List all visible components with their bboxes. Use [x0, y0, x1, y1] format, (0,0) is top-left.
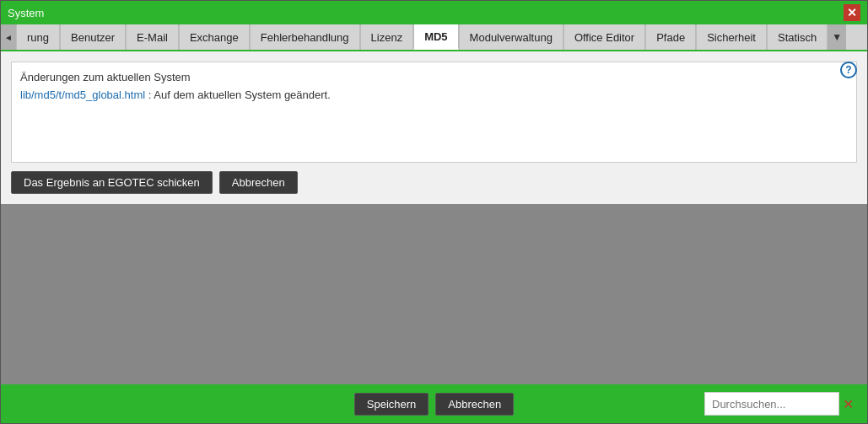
- tab-md5[interactable]: MD5: [413, 24, 458, 50]
- tab-email[interactable]: E-Mail: [126, 24, 179, 50]
- send-egotec-button[interactable]: Das Ergebnis an EGOTEC schicken: [11, 171, 213, 194]
- save-button[interactable]: Speichern: [354, 393, 429, 416]
- content-area: ? Änderungen zum aktuellen System lib/md…: [1, 51, 867, 384]
- main-window: System ✕ ◄ rung Benutzer E-Mail Exchange…: [0, 0, 868, 424]
- tab-exchange[interactable]: Exchange: [179, 24, 250, 50]
- search-area: ✕: [704, 392, 857, 416]
- tab-modulverwaltung[interactable]: Modulverwaltung: [459, 24, 563, 50]
- tab-pfade[interactable]: Pfade: [645, 24, 696, 50]
- info-box: Änderungen zum aktuellen System lib/md5/…: [11, 62, 857, 163]
- search-input[interactable]: [704, 392, 839, 416]
- tab-lizenz[interactable]: Lizenz: [360, 24, 414, 50]
- gray-area: [1, 204, 867, 384]
- panel-button-row: Das Ergebnis an EGOTEC schicken Abbreche…: [11, 171, 857, 194]
- help-icon[interactable]: ?: [840, 62, 857, 78]
- bottom-bar: Speichern Abbrechen ✕: [1, 384, 867, 423]
- tab-bar: ◄ rung Benutzer E-Mail Exchange Fehlerbe…: [1, 24, 867, 51]
- tab-office-editor[interactable]: Office Editor: [563, 24, 645, 50]
- tab-prev-button[interactable]: ◄: [1, 24, 16, 50]
- tab-rung[interactable]: rung: [16, 24, 60, 50]
- tab-statisch[interactable]: Statisch: [767, 24, 828, 50]
- tab-benutzer[interactable]: Benutzer: [60, 24, 126, 50]
- info-link[interactable]: lib/md5/t/md5_global.html: [20, 89, 145, 101]
- panel-wrapper: ? Änderungen zum aktuellen System lib/md…: [1, 51, 867, 204]
- info-line1: Änderungen zum aktuellen System: [20, 69, 848, 87]
- info-line2-suffix: : Auf dem aktuellen System geändert.: [145, 89, 331, 101]
- close-button[interactable]: ✕: [844, 4, 860, 21]
- tab-overflow-button[interactable]: ▼: [828, 24, 846, 50]
- cancel-panel-button[interactable]: Abbrechen: [219, 171, 298, 194]
- window-title: System: [8, 7, 44, 19]
- info-line2: lib/md5/t/md5_global.html : Auf dem aktu…: [20, 87, 848, 105]
- cancel-button[interactable]: Abbrechen: [435, 393, 514, 416]
- gray-bg: [1, 204, 867, 384]
- title-bar: System ✕: [1, 1, 867, 24]
- tab-sicherheit[interactable]: Sicherheit: [696, 24, 767, 50]
- tab-fehlerbehandlung[interactable]: Fehlerbehandlung: [250, 24, 360, 50]
- search-clear-button[interactable]: ✕: [839, 396, 857, 412]
